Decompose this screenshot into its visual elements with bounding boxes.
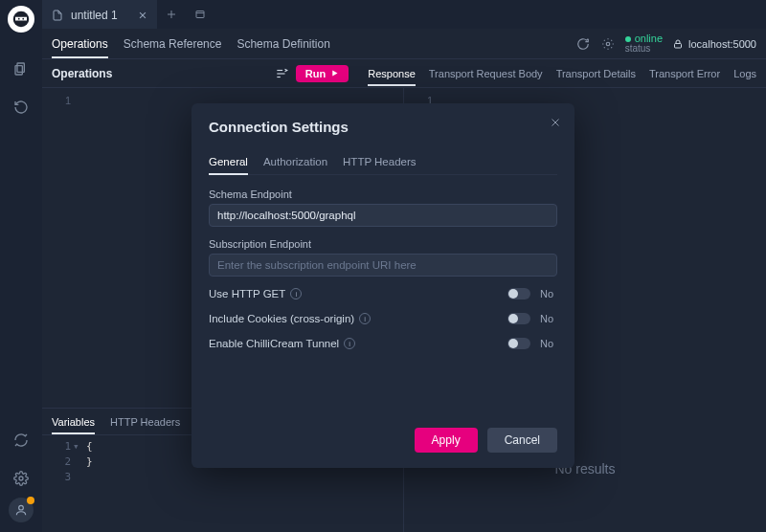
host-button[interactable]: localhost:5000 <box>672 38 756 50</box>
tab-http-headers[interactable]: HTTP Headers <box>110 410 180 434</box>
run-button[interactable]: Run <box>296 65 349 82</box>
toggle-tunnel-label: Enable ChilliCream Tunnel i <box>209 338 355 349</box>
line-number: 3 <box>42 470 71 485</box>
document-icon <box>52 10 63 21</box>
schema-endpoint-label: Schema Endpoint <box>209 188 557 200</box>
info-icon[interactable]: i <box>359 313 371 324</box>
tab-transport-details[interactable]: Transport Details <box>556 61 636 86</box>
close-icon <box>550 117 561 128</box>
nav-schema-definition[interactable]: Schema Definition <box>237 30 329 58</box>
status-dot-icon <box>625 36 631 42</box>
nav-operations[interactable]: Operations <box>52 30 108 58</box>
host-label: localhost:5000 <box>688 38 756 50</box>
tab-transport-body[interactable]: Transport Request Body <box>429 61 543 86</box>
svg-rect-5 <box>15 66 22 75</box>
line-number: 1 <box>42 439 71 454</box>
modal-title: Connection Settings <box>209 119 557 135</box>
format-icon[interactable] <box>275 67 288 80</box>
tab-response[interactable]: Response <box>368 61 416 86</box>
modal-tab-authorization[interactable]: Authorization <box>263 150 327 174</box>
connection-status[interactable]: online status <box>625 33 663 54</box>
connection-settings-modal: Connection Settings General Authorizatio… <box>192 103 574 468</box>
lock-icon <box>672 38 684 50</box>
svg-marker-19 <box>333 71 338 77</box>
nav-row: Operations Schema Reference Schema Defin… <box>42 29 766 59</box>
tab-logs[interactable]: Logs <box>733 61 756 86</box>
svg-rect-4 <box>17 63 24 72</box>
cancel-button[interactable]: Cancel <box>487 428 557 453</box>
settings-icon[interactable] <box>11 469 31 488</box>
svg-point-7 <box>19 505 24 510</box>
tab-variables[interactable]: Variables <box>52 410 95 434</box>
svg-point-2 <box>18 18 20 20</box>
svg-rect-1 <box>15 17 27 21</box>
documents-icon[interactable] <box>11 59 31 78</box>
run-label: Run <box>305 68 326 79</box>
sync-icon[interactable] <box>11 431 31 450</box>
line-gutter: 1 <box>42 88 77 109</box>
panel-title: Operations <box>52 67 112 80</box>
close-tab-icon[interactable] <box>138 11 147 20</box>
toggle-cookies-label: Include Cookies (cross-origin) i <box>209 313 371 324</box>
line-number: 1 <box>42 92 71 109</box>
toggle-cookies[interactable] <box>507 313 530 324</box>
tab-transport-error[interactable]: Transport Error <box>649 61 720 86</box>
svg-rect-12 <box>196 11 204 18</box>
notification-dot <box>27 497 34 504</box>
info-icon[interactable]: i <box>290 288 302 299</box>
tab-title: untitled 1 <box>71 9 118 22</box>
status-sub: status <box>625 44 651 54</box>
gear-icon[interactable] <box>600 36 616 52</box>
refresh-icon[interactable] <box>575 36 591 52</box>
toggle-tunnel[interactable] <box>507 338 530 349</box>
svg-rect-15 <box>675 43 682 48</box>
toggle-state: No <box>540 313 557 324</box>
fold-caret-icon[interactable]: ▾ <box>73 439 79 454</box>
info-icon[interactable]: i <box>344 338 355 349</box>
svg-point-3 <box>22 18 24 20</box>
nav-schema-reference[interactable]: Schema Reference <box>124 30 222 58</box>
modal-tabs: General Authorization HTTP Headers <box>209 150 557 175</box>
schema-endpoint-input[interactable] <box>209 204 557 227</box>
document-tab[interactable]: untitled 1 <box>42 0 157 29</box>
apply-button[interactable]: Apply <box>415 428 478 453</box>
toggle-http-get[interactable] <box>507 288 530 299</box>
avatar[interactable] <box>9 498 34 522</box>
app-logo <box>8 6 34 33</box>
svg-point-6 <box>19 477 23 480</box>
line-number: 2 <box>42 454 71 470</box>
new-tab-button[interactable] <box>157 0 186 29</box>
tab-strip: untitled 1 <box>42 0 766 29</box>
window-icon[interactable] <box>186 0 214 29</box>
ninja-icon <box>12 11 30 28</box>
toggle-http-get-label: Use HTTP GET i <box>209 288 302 299</box>
history-icon[interactable] <box>11 98 31 117</box>
activity-bar <box>0 0 42 532</box>
svg-point-14 <box>606 42 610 46</box>
toggle-state: No <box>540 288 557 299</box>
close-modal-button[interactable] <box>550 117 561 128</box>
subscription-endpoint-label: Subscription Endpoint <box>209 238 557 250</box>
subscription-endpoint-input[interactable] <box>209 254 557 277</box>
response-tabs: Response Transport Request Body Transpor… <box>368 61 756 86</box>
tool-row: Operations Run Response Transport Reques… <box>42 59 766 88</box>
play-icon <box>330 69 339 78</box>
modal-tab-http-headers[interactable]: HTTP Headers <box>343 150 416 174</box>
toggle-state: No <box>540 338 557 349</box>
modal-tab-general[interactable]: General <box>209 150 248 175</box>
